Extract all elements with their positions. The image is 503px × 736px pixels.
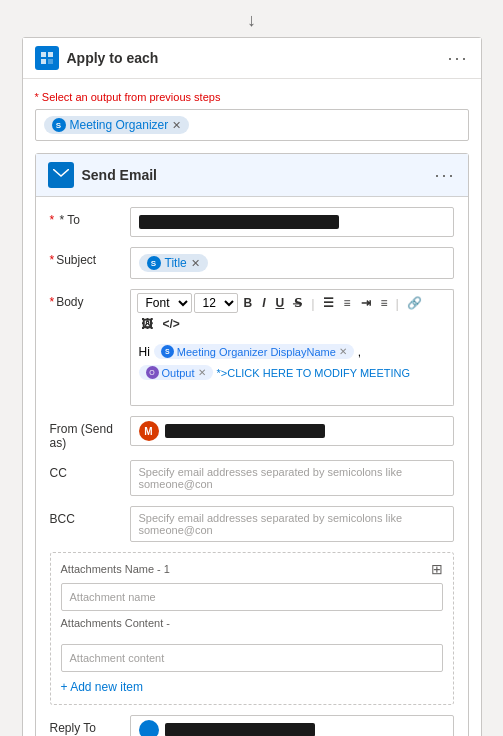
apply-each-icon [35, 46, 59, 70]
bcc-input[interactable]: Specify email addresses separated by sem… [130, 506, 454, 542]
token-close-icon[interactable]: ✕ [172, 119, 181, 132]
attachments-section: Attachments Name - 1 ⊞ Attachment name A… [50, 552, 454, 705]
subject-required-star: * [50, 253, 55, 267]
reply-to-field-content [130, 715, 454, 736]
meeting-organizer-display-token[interactable]: S Meeting Organizer DisplayName ✕ [154, 344, 354, 359]
subject-token-close[interactable]: ✕ [191, 257, 200, 270]
from-input[interactable]: M [130, 416, 454, 446]
body-editor[interactable]: Hi S Meeting Organizer DisplayName ✕ , [130, 336, 454, 406]
select-output-label: * Select an output from previous steps [35, 91, 469, 103]
to-label: * * To [50, 207, 130, 227]
send-email-body: * * To *Subject [36, 197, 468, 736]
send-email-menu-button[interactable]: ··· [434, 165, 455, 186]
subject-field-row: *Subject S Title ✕ [50, 247, 454, 279]
svg-rect-1 [48, 52, 53, 57]
bullet-list-button[interactable]: ☰ [319, 294, 338, 312]
font-size-select[interactable]: 12 [194, 293, 238, 313]
subject-input[interactable]: S Title ✕ [130, 247, 454, 279]
token-icon: S [52, 118, 66, 132]
from-field-content: M [130, 416, 454, 446]
bcc-field-content: Specify email addresses separated by sem… [130, 506, 454, 542]
body-toolbar: Font 12 B I U S̶ | ☰ ≡ ⇥ [130, 289, 454, 336]
send-email-header: Send Email ··· [36, 154, 468, 197]
reply-to-avatar [139, 720, 159, 736]
svg-rect-0 [41, 52, 46, 57]
attachments-content-label: Attachments Content - [61, 617, 443, 629]
org-token-close[interactable]: ✕ [339, 346, 347, 357]
top-arrow: ↓ [247, 10, 256, 31]
code-button[interactable]: </> [159, 315, 184, 333]
apply-each-header: Apply to each ··· [23, 38, 481, 79]
body-label: *Body [50, 289, 130, 309]
send-email-title: Send Email [82, 167, 435, 183]
toolbar-separator-2: | [396, 296, 399, 311]
output-token-chip[interactable]: O Output ✕ [139, 365, 213, 380]
from-email-redacted [165, 424, 325, 438]
select-output-input[interactable]: S Meeting Organizer ✕ [35, 109, 469, 141]
to-input[interactable] [130, 207, 454, 237]
attachments-name-label: Attachments Name - 1 [61, 563, 170, 575]
toolbar-separator-1: | [311, 296, 314, 311]
apply-each-container: Apply to each ··· * Select an output fro… [22, 37, 482, 736]
align-button[interactable]: ≡ [377, 294, 392, 312]
svg-rect-3 [48, 59, 53, 64]
token-label: Meeting Organizer [70, 118, 169, 132]
add-new-item-button[interactable]: + Add new item [61, 678, 143, 696]
to-field-row: * * To [50, 207, 454, 237]
subject-token[interactable]: S Title ✕ [139, 254, 208, 272]
bcc-label: BCC [50, 506, 130, 526]
number-list-button[interactable]: ≡ [340, 294, 355, 312]
send-email-card: Send Email ··· * * To [35, 153, 469, 736]
output-token-icon: O [146, 366, 159, 379]
reply-to-redacted [165, 723, 315, 736]
cc-input[interactable]: Specify email addresses separated by sem… [130, 460, 454, 496]
subject-label: *Subject [50, 247, 130, 267]
org-token-icon: S [161, 345, 174, 358]
bcc-field-row: BCC Specify email addresses separated by… [50, 506, 454, 542]
subject-token-icon: S [147, 256, 161, 270]
italic-button[interactable]: I [258, 294, 269, 312]
font-select[interactable]: Font [137, 293, 192, 313]
cc-field-row: CC Specify email addresses separated by … [50, 460, 454, 496]
body-line-2: O Output ✕ *>CLICK HERE TO MODIFY MEETIN… [139, 365, 445, 380]
to-field-content [130, 207, 454, 237]
from-field-row: From (Send as) M [50, 416, 454, 450]
modify-meeting-link[interactable]: *>CLICK HERE TO MODIFY MEETING [217, 367, 410, 379]
apply-each-title: Apply to each [67, 50, 448, 66]
svg-rect-2 [41, 59, 46, 64]
output-token-close[interactable]: ✕ [198, 367, 206, 378]
body-line-1: Hi S Meeting Organizer DisplayName ✕ , [139, 344, 445, 359]
org-token-label: Meeting Organizer DisplayName [177, 346, 336, 358]
body-required-star: * [50, 295, 55, 309]
subject-token-label: Title [165, 256, 187, 270]
send-email-icon [48, 162, 74, 188]
attachments-icon[interactable]: ⊞ [431, 561, 443, 577]
body-field-row: *Body Font 12 B I U [50, 289, 454, 406]
reply-to-input[interactable] [130, 715, 454, 736]
bold-button[interactable]: B [240, 294, 257, 312]
attachments-header: Attachments Name - 1 ⊞ [61, 561, 443, 577]
image-button[interactable]: 🖼 [137, 315, 157, 333]
attachment-content-input[interactable]: Attachment content [61, 644, 443, 672]
from-label: From (Send as) [50, 416, 130, 450]
cc-label: CC [50, 460, 130, 480]
hi-text: Hi [139, 345, 150, 359]
hi-comma: , [358, 345, 361, 359]
reply-to-label: Reply To [50, 715, 130, 735]
to-redacted-value [139, 215, 339, 229]
reply-to-field-row: Reply To [50, 715, 454, 736]
to-required-star: * [50, 213, 55, 227]
subject-field-content: S Title ✕ [130, 247, 454, 279]
meeting-organizer-token[interactable]: S Meeting Organizer ✕ [44, 116, 190, 134]
underline-button[interactable]: U [272, 294, 289, 312]
output-token-label: Output [162, 367, 195, 379]
strikethrough-button[interactable]: S̶ [290, 294, 307, 312]
apply-each-menu-button[interactable]: ··· [447, 48, 468, 69]
link-button[interactable]: 🔗 [403, 294, 426, 312]
cc-field-content: Specify email addresses separated by sem… [130, 460, 454, 496]
indent-button[interactable]: ⇥ [357, 294, 375, 312]
attachment-name-input[interactable]: Attachment name [61, 583, 443, 611]
from-avatar: M [139, 421, 159, 441]
body-field-content: Font 12 B I U S̶ | ☰ ≡ ⇥ [130, 289, 454, 406]
apply-each-body: * Select an output from previous steps S… [23, 79, 481, 736]
